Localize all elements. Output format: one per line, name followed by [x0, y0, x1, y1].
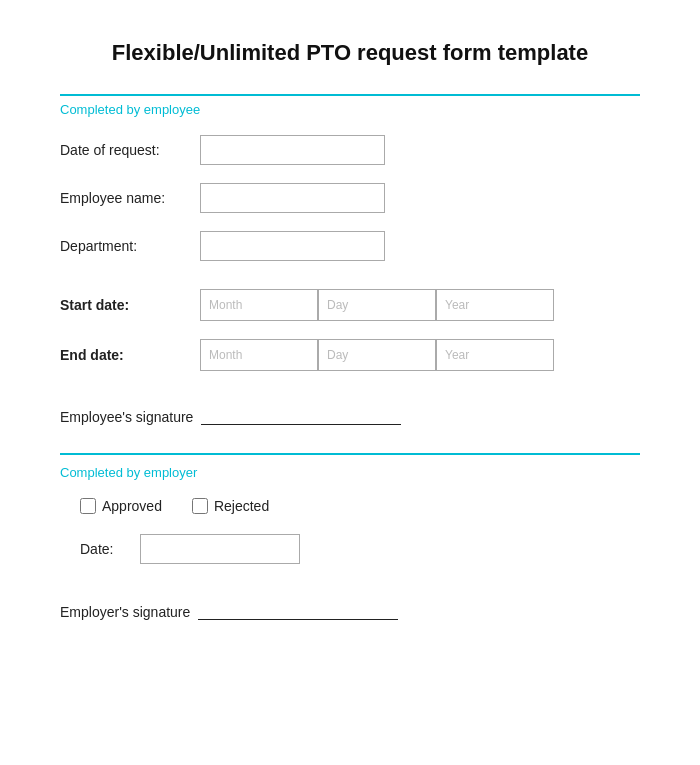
page-title: Flexible/Unlimited PTO request form temp…	[60, 40, 640, 66]
start-day-input[interactable]	[318, 289, 436, 321]
employer-signature-line: Employer's signature	[60, 604, 640, 620]
department-label: Department:	[60, 238, 200, 254]
employee-section-divider	[60, 94, 640, 96]
employer-section-divider	[60, 453, 640, 455]
employer-signature-label: Employer's signature	[60, 604, 190, 620]
rejected-checkbox-item[interactable]: Rejected	[192, 498, 269, 514]
employee-section-label: Completed by employee	[60, 102, 640, 117]
start-date-label: Start date:	[60, 297, 200, 313]
employee-name-input[interactable]	[200, 183, 385, 213]
approved-label: Approved	[102, 498, 162, 514]
approved-checkbox-item[interactable]: Approved	[80, 498, 162, 514]
start-month-input[interactable]	[200, 289, 318, 321]
start-date-group: Start date:	[60, 289, 640, 321]
rejected-label: Rejected	[214, 498, 269, 514]
approved-checkbox[interactable]	[80, 498, 96, 514]
department-group: Department:	[60, 231, 640, 261]
rejected-checkbox[interactable]	[192, 498, 208, 514]
date-of-request-label: Date of request:	[60, 142, 200, 158]
end-year-input[interactable]	[436, 339, 554, 371]
employee-signature-label: Employee's signature	[60, 409, 193, 425]
end-date-fields	[200, 339, 554, 371]
employee-signature-line: Employee's signature	[60, 409, 640, 425]
employee-name-label: Employee name:	[60, 190, 200, 206]
employee-signature-underline	[201, 424, 401, 425]
employer-date-label: Date:	[80, 541, 140, 557]
start-year-input[interactable]	[436, 289, 554, 321]
employer-date-group: Date:	[80, 534, 640, 564]
end-month-input[interactable]	[200, 339, 318, 371]
end-day-input[interactable]	[318, 339, 436, 371]
date-of-request-group: Date of request:	[60, 135, 640, 165]
approval-checkbox-group: Approved Rejected	[80, 498, 640, 514]
date-of-request-input[interactable]	[200, 135, 385, 165]
end-date-label: End date:	[60, 347, 200, 363]
end-date-group: End date:	[60, 339, 640, 371]
employer-section-label: Completed by employer	[60, 465, 640, 480]
start-date-fields	[200, 289, 554, 321]
department-input[interactable]	[200, 231, 385, 261]
employee-name-group: Employee name:	[60, 183, 640, 213]
employer-date-input[interactable]	[140, 534, 300, 564]
employer-signature-underline	[198, 619, 398, 620]
